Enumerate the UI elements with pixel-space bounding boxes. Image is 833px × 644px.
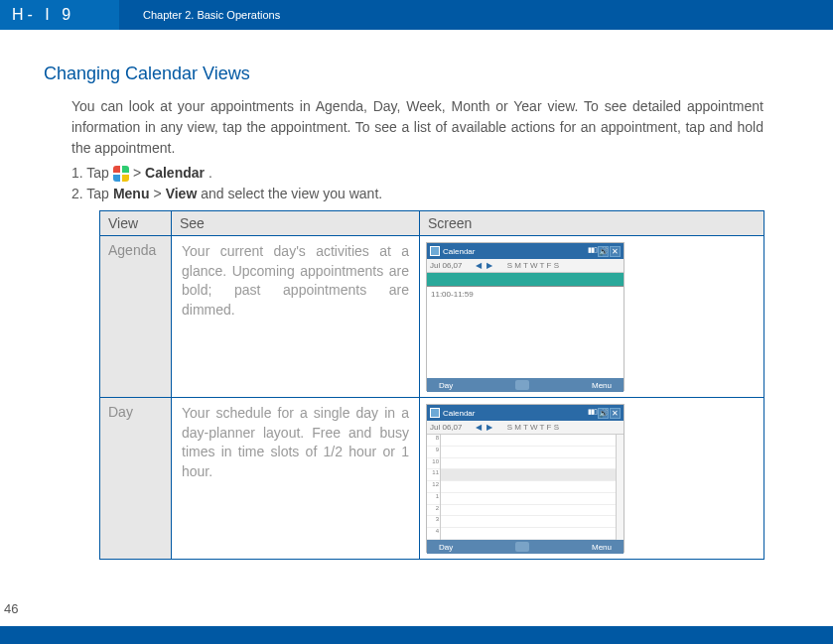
busy-slot xyxy=(441,469,616,481)
mock-date: Jul 06,07 xyxy=(430,261,462,270)
agenda-entry: 11:00-11:59 xyxy=(431,290,474,299)
cell-view: Agenda xyxy=(100,236,172,398)
accent-band xyxy=(427,273,624,287)
step-1: 1. Tap > Calendar. xyxy=(71,163,764,184)
agenda-screenshot: Calendar ▮▮▯🔊✕ Jul 06,07 ◀ ▶ S M T W T F… xyxy=(426,242,625,391)
hour-label: 4 xyxy=(427,528,440,540)
keyboard-icon xyxy=(515,380,529,390)
views-table: View See Screen Agenda Your current day'… xyxy=(99,210,764,560)
step-2-menu: Menu xyxy=(113,184,150,204)
step-1-calendar: Calendar xyxy=(145,163,205,184)
footer-bar xyxy=(0,626,833,644)
cell-desc: Your current day's activities at a glanc… xyxy=(172,236,420,398)
cell-view: Day xyxy=(100,398,172,560)
step-2-view: View xyxy=(166,184,198,204)
mock-title: Calendar xyxy=(443,409,475,418)
hour-label: 10 xyxy=(427,458,440,470)
step-2-prefix: 2. Tap xyxy=(71,184,109,204)
steps: 1. Tap > Calendar. 2. Tap Menu > View an… xyxy=(71,163,764,204)
step-1-dot: . xyxy=(208,163,212,184)
step-2-rest: and select the view you want. xyxy=(201,184,382,204)
col-view: View xyxy=(100,211,172,236)
signal-icon: ▮▮▯ xyxy=(588,408,597,419)
hour-label: 1 xyxy=(427,493,440,505)
chapter-title: Chapter 2. Basic Operations xyxy=(119,9,280,21)
header-bar: H- I 9 Chapter 2. Basic Operations xyxy=(0,0,833,30)
hour-label: 8 xyxy=(427,435,440,447)
nav-arrows-icon: ◀ ▶ xyxy=(476,423,492,432)
cell-screen: Calendar ▮▮▯🔊✕ Jul 06,07 ◀ ▶ S M T W T F… xyxy=(420,236,764,398)
section-heading: Changing Calendar Views xyxy=(44,64,764,84)
hour-label: 11 xyxy=(427,469,440,481)
cell-desc: Your schedule for a single day in a day-… xyxy=(172,398,420,560)
scrollbar xyxy=(616,435,624,540)
table-row: Day Your schedule for a single day in a … xyxy=(100,398,764,560)
table-header-row: View See Screen xyxy=(100,211,764,236)
hour-label: 9 xyxy=(427,447,440,458)
speaker-icon: 🔊 xyxy=(598,408,609,419)
col-screen: Screen xyxy=(420,211,764,236)
page-content: Changing Calendar Views You can look at … xyxy=(0,30,833,560)
hour-label: 12 xyxy=(427,481,440,493)
mock-daystrip: S M T W T F S xyxy=(507,423,559,432)
col-see: See xyxy=(172,211,420,236)
page-number: 46 xyxy=(4,601,18,616)
hour-label: 2 xyxy=(427,505,440,517)
step-2-gt: > xyxy=(153,184,161,204)
nav-arrows-icon: ◀ ▶ xyxy=(476,261,492,270)
signal-icon: ▮▮▯ xyxy=(588,246,597,257)
step-1-prefix: 1. Tap xyxy=(71,163,109,184)
speaker-icon: 🔊 xyxy=(598,246,609,257)
softkey-left: Day xyxy=(439,543,453,552)
mock-daystrip: S M T W T F S xyxy=(507,261,559,270)
softkey-right: Menu xyxy=(592,543,612,552)
day-screenshot: Calendar ▮▮▯🔊✕ Jul 06,07 ◀ ▶ S M T W T F… xyxy=(426,404,625,553)
table-row: Agenda Your current day's activities at … xyxy=(100,236,764,398)
close-icon: ✕ xyxy=(610,246,621,257)
intro-paragraph: You can look at your appointments in Age… xyxy=(71,96,764,159)
cell-screen: Calendar ▮▮▯🔊✕ Jul 06,07 ◀ ▶ S M T W T F… xyxy=(420,398,764,560)
keyboard-icon xyxy=(515,542,529,552)
hour-label: 3 xyxy=(427,516,440,528)
step-1-gt: > xyxy=(133,163,141,184)
step-2: 2. Tap Menu > View and select the view y… xyxy=(71,184,764,204)
close-icon: ✕ xyxy=(610,408,621,419)
softkey-left: Day xyxy=(439,381,453,390)
softkey-right: Menu xyxy=(592,381,612,390)
logo: H- I 9 xyxy=(0,0,119,30)
mock-date: Jul 06,07 xyxy=(430,423,462,432)
start-icon xyxy=(113,166,129,182)
mock-title: Calendar xyxy=(443,247,475,256)
